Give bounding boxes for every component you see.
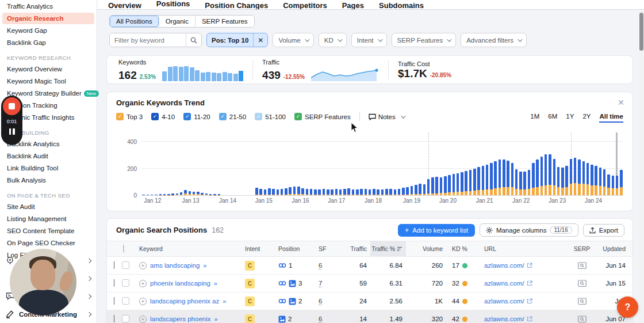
trend-bar[interactable]: [549, 154, 551, 195]
trend-bar[interactable]: [218, 194, 221, 195]
trend-bar[interactable]: [453, 174, 455, 195]
filter-dropdown-kd[interactable]: KD: [319, 33, 347, 47]
trend-bar[interactable]: [477, 167, 480, 195]
trend-bar[interactable]: [402, 188, 405, 195]
trend-bar[interactable]: [365, 189, 367, 195]
keyword-search-button[interactable]: [186, 33, 201, 47]
keyword-link[interactable]: landscaping phoenix az: [150, 298, 219, 305]
tab-competitors[interactable]: Competitors: [283, 2, 327, 10]
trend-bar[interactable]: [612, 176, 615, 195]
trend-bar[interactable]: [435, 177, 438, 195]
url-cell[interactable]: azlawns.com/: [482, 280, 569, 287]
range-1m[interactable]: 1M: [530, 113, 539, 123]
trend-bar[interactable]: [189, 191, 191, 195]
add-to-list-icon[interactable]: +: [139, 316, 147, 323]
add-to-list-icon[interactable]: +: [139, 280, 147, 287]
trend-bar[interactable]: [314, 189, 317, 195]
trend-bar[interactable]: [561, 168, 564, 195]
trend-bar[interactable]: [494, 161, 497, 195]
url-cell[interactable]: azlawns.com/: [482, 262, 569, 269]
trend-bar[interactable]: [599, 168, 602, 195]
trend-bar[interactable]: [507, 161, 509, 195]
trend-bar[interactable]: [255, 188, 258, 195]
trend-bar[interactable]: [499, 159, 501, 195]
keyword-link[interactable]: landscapers phoenix: [150, 316, 211, 322]
trend-bar[interactable]: [184, 190, 187, 195]
trend-bar[interactable]: [281, 189, 283, 195]
scrollbar-track[interactable]: [639, 10, 644, 323]
open-serp-icon[interactable]: »: [203, 262, 206, 269]
trend-bar[interactable]: [197, 192, 200, 195]
trend-bar[interactable]: [352, 189, 355, 195]
tab-positions[interactable]: Positions: [156, 0, 190, 10]
column-header-url[interactable]: URL: [482, 245, 569, 252]
serp-preview-button[interactable]: [569, 316, 595, 323]
trend-bar[interactable]: [473, 169, 476, 196]
trend-bar[interactable]: [532, 163, 535, 195]
column-header-keyword[interactable]: Keyword: [139, 245, 238, 252]
range-all-time[interactable]: All time: [599, 113, 623, 123]
tab-position-changes[interactable]: Position Changes: [205, 2, 268, 10]
trend-bar[interactable]: [176, 193, 179, 195]
close-icon[interactable]: ✕: [618, 98, 624, 107]
chip-close-icon[interactable]: ✕: [253, 33, 267, 47]
keyword-filter-input[interactable]: [110, 33, 186, 47]
trend-bar[interactable]: [331, 189, 334, 195]
trend-bar[interactable]: [171, 193, 174, 195]
trend-bar[interactable]: [394, 189, 397, 195]
trend-bar[interactable]: [310, 189, 313, 195]
trend-bar[interactable]: [515, 169, 518, 195]
trend-bar[interactable]: [431, 177, 434, 195]
trend-bar[interactable]: [440, 177, 443, 195]
keyword-link[interactable]: ams landscaping: [150, 262, 200, 269]
trend-bar[interactable]: [272, 189, 275, 195]
row-checkbox[interactable]: [122, 297, 129, 305]
trend-bar[interactable]: [486, 165, 489, 195]
serp-preview-button[interactable]: [569, 298, 595, 305]
sidebar-item-on-page-seo-checker[interactable]: On Page SEO Checker: [0, 237, 97, 249]
column-header-updated[interactable]: Updated: [595, 245, 632, 252]
filter-dropdown-serp-features[interactable]: SERP Features: [392, 33, 457, 47]
row-checkbox[interactable]: [122, 315, 129, 322]
pause-recording-button[interactable]: [9, 128, 15, 135]
trend-bar[interactable]: [159, 194, 162, 195]
column-header-serp[interactable]: SERP: [569, 245, 595, 252]
trend-bar[interactable]: [574, 158, 577, 195]
trend-bar[interactable]: [147, 195, 150, 195]
column-header-sf[interactable]: SF: [316, 245, 338, 252]
trend-bar[interactable]: [297, 187, 300, 195]
trend-bar[interactable]: [461, 172, 463, 195]
tab-overview[interactable]: Overview: [108, 2, 141, 10]
trend-bar[interactable]: [323, 189, 325, 195]
trend-bar[interactable]: [347, 188, 350, 195]
segment-serp-features[interactable]: SERP Features: [195, 16, 254, 27]
sidebar-item-organic-research[interactable]: Organic Research: [2, 13, 94, 24]
trend-bar[interactable]: [268, 188, 271, 195]
trend-bar[interactable]: [389, 189, 392, 195]
trend-bar[interactable]: [603, 169, 606, 195]
open-serp-icon[interactable]: »: [214, 280, 217, 287]
trend-bar[interactable]: [536, 159, 539, 195]
trend-bar[interactable]: [343, 189, 346, 195]
trend-bar[interactable]: [385, 189, 388, 195]
trend-bar[interactable]: [356, 189, 359, 195]
sf-value[interactable]: 6: [319, 262, 322, 269]
url-cell[interactable]: azlawns.com/: [482, 316, 569, 322]
add-to-list-icon[interactable]: +: [139, 298, 147, 305]
trend-bar[interactable]: [503, 159, 505, 195]
sidebar-item-keyword-overview[interactable]: Keyword Overview: [0, 63, 97, 75]
trend-bar[interactable]: [419, 184, 421, 195]
column-header-traffic-[interactable]: Traffic %: [370, 241, 406, 256]
expand-row-icon[interactable]: [114, 261, 114, 269]
sidebar-item-link-building-tool[interactable]: Link Building Tool: [0, 162, 97, 174]
filter-dropdown-volume[interactable]: Volume: [273, 33, 313, 47]
legend-checkbox-serp-features[interactable]: ✓SERP Features: [294, 113, 351, 120]
trend-bar[interactable]: [398, 189, 401, 195]
sidebar-item-site-audit[interactable]: Site Audit: [0, 201, 97, 212]
trend-bar[interactable]: [557, 167, 560, 195]
trend-bar[interactable]: [369, 189, 371, 195]
trend-bar[interactable]: [523, 172, 526, 195]
expand-row-icon[interactable]: [114, 297, 114, 305]
segment-all-positions[interactable]: All Positions: [110, 16, 159, 27]
filter-dropdown-advanced-filters[interactable]: Advanced filters: [461, 33, 527, 47]
